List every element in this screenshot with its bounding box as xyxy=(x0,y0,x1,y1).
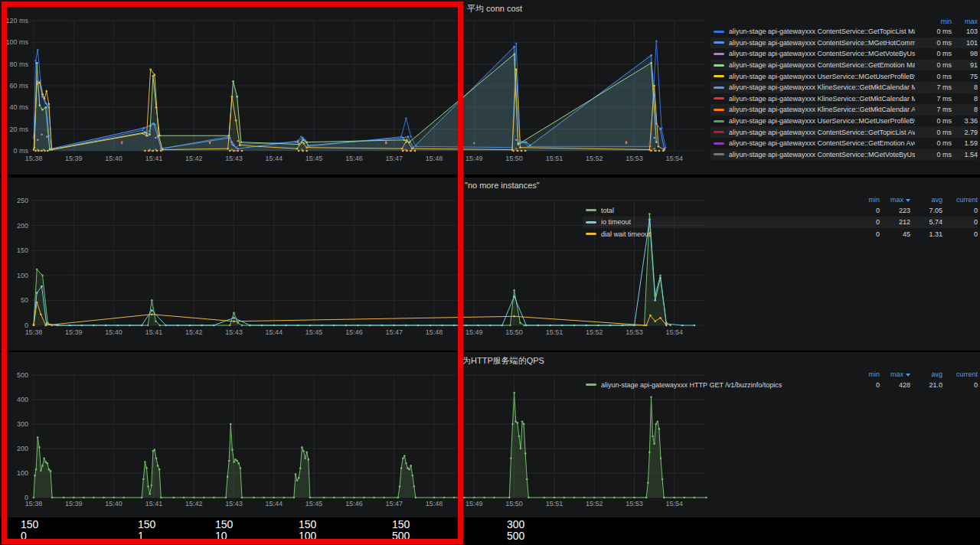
panel-no-more-instances: "no more instances" 05010015020025015:38… xyxy=(0,178,980,351)
series-color-dash-icon xyxy=(714,131,724,133)
legend-row[interactable]: aliyun-stage api-gatewayxxx KlineService… xyxy=(710,104,978,116)
svg-text:100: 100 xyxy=(17,272,28,279)
svg-text:15:50: 15:50 xyxy=(505,328,523,336)
legend-sort-max[interactable]: max xyxy=(880,196,910,204)
svg-text:300: 300 xyxy=(17,420,28,428)
svg-text:15:39: 15:39 xyxy=(65,155,83,162)
svg-text:15:48: 15:48 xyxy=(426,500,443,507)
series-label: aliyun-stage api-gatewayxxx KlineService… xyxy=(729,83,915,91)
svg-text:80 ms: 80 ms xyxy=(9,60,28,68)
svg-text:15:42: 15:42 xyxy=(185,155,203,162)
legend-value: 3.36 xyxy=(952,117,978,125)
threshold-pair: 150 10 xyxy=(215,519,233,542)
svg-text:15:39: 15:39 xyxy=(65,500,83,507)
legend-row[interactable]: aliyun-stage api-gatewayxxx ContentServi… xyxy=(710,126,978,138)
svg-text:15:40: 15:40 xyxy=(105,500,122,507)
legend-value: 0 xyxy=(942,207,978,214)
legend-header: minmaxavgcurrent xyxy=(583,194,978,204)
panel-title[interactable]: 平均 conn cost xyxy=(467,3,522,15)
series-color-dash-icon xyxy=(714,86,724,89)
svg-text:15:47: 15:47 xyxy=(385,155,403,162)
legend-row[interactable]: aliyun-stage api-gatewayxxx UserService:… xyxy=(710,70,978,82)
legend-value: 1.31 xyxy=(910,230,942,238)
series-label: aliyun-stage api-gatewayxxx UserService:… xyxy=(729,73,915,80)
legend-sort-current[interactable]: current xyxy=(942,196,978,204)
svg-text:15:45: 15:45 xyxy=(305,500,323,507)
svg-text:200: 200 xyxy=(17,222,28,230)
legend-row[interactable]: dial wait timeout0451.310 xyxy=(583,228,978,240)
series-label: aliyun-stage api-gatewayxxx HTTP GET /v1… xyxy=(601,381,854,389)
legend-row[interactable]: aliyun-stage api-gatewayxxx UserService:… xyxy=(710,116,978,127)
legend-value: 45 xyxy=(880,230,910,238)
legend-value: 0 ms xyxy=(915,129,952,136)
legend-row[interactable]: aliyun-stage api-gatewayxxx ContentServi… xyxy=(710,60,978,71)
threshold-pair: 150 500 xyxy=(392,519,410,542)
svg-text:15:50: 15:50 xyxy=(505,155,523,162)
svg-text:15:38: 15:38 xyxy=(25,155,43,162)
svg-text:15:45: 15:45 xyxy=(305,328,323,336)
legend-row[interactable]: total02237.050 xyxy=(583,204,978,217)
svg-text:15:45: 15:45 xyxy=(305,155,323,162)
legend-sort-avg[interactable]: avg xyxy=(910,370,942,378)
legend-row[interactable]: aliyun-stage api-gatewayxxx ContentServi… xyxy=(710,149,978,161)
svg-text:15:41: 15:41 xyxy=(145,500,163,507)
threshold-pair: 150 100 xyxy=(299,519,316,542)
legend-row[interactable]: aliyun-stage api-gatewayxxx KlineService… xyxy=(710,82,978,93)
svg-text:15:40: 15:40 xyxy=(105,328,122,336)
series-label: total xyxy=(601,207,854,214)
legend-sort-max[interactable]: max xyxy=(880,370,910,378)
threshold-pair: 150 1 xyxy=(138,519,155,542)
legend-sort-min[interactable]: min xyxy=(915,18,952,25)
legend-row[interactable]: aliyun-stage api-gatewayxxx KlineService… xyxy=(710,93,978,105)
legend-value: 0 ms xyxy=(915,73,952,80)
series-color-dash-icon xyxy=(714,120,724,122)
legend-value: 7.05 xyxy=(910,207,942,214)
series-label: aliyun-stage api-gatewayxxx ContentServi… xyxy=(729,129,915,136)
legend-sort-avg[interactable]: avg xyxy=(910,196,942,204)
legend-value: 75 xyxy=(952,73,978,80)
legend-value: 0 xyxy=(854,230,880,238)
svg-text:120 ms: 120 ms xyxy=(5,17,28,24)
svg-text:15:49: 15:49 xyxy=(466,500,483,507)
legend-row[interactable]: aliyun-stage api-gatewayxxx ContentServi… xyxy=(710,48,978,60)
legend-row[interactable]: aliyun-stage api-gatewayxxx ContentServi… xyxy=(710,38,978,49)
legend-row[interactable]: aliyun-stage api-gatewayxxx ContentServi… xyxy=(710,26,978,38)
svg-text:15:43: 15:43 xyxy=(225,155,243,162)
series-label: aliyun-stage api-gatewayxxx KlineService… xyxy=(729,95,915,103)
svg-text:15:47: 15:47 xyxy=(385,500,403,507)
svg-text:15:42: 15:42 xyxy=(185,328,203,336)
panel-title[interactable]: 为HTTP服务端的QPS xyxy=(462,355,544,367)
legend-value: 0 ms xyxy=(915,61,952,69)
svg-text:150: 150 xyxy=(17,246,28,254)
legend-sort-min[interactable]: min xyxy=(854,196,880,204)
svg-text:15:48: 15:48 xyxy=(426,328,443,336)
svg-text:15:49: 15:49 xyxy=(466,328,483,336)
svg-text:250: 250 xyxy=(17,197,28,204)
legend-table: minmaxaliyun-stage api-gatewayxxx Conten… xyxy=(710,16,978,160)
series-label: io timeout xyxy=(601,218,854,226)
legend-value: 2.79 xyxy=(952,129,978,136)
legend-sort-max[interactable]: max xyxy=(952,18,978,25)
series-color-dash-icon xyxy=(586,209,596,211)
legend-value: 428 xyxy=(880,381,910,389)
legend-value: 21.0 xyxy=(910,381,942,389)
legend-sort-min[interactable]: min xyxy=(854,370,880,378)
legend-value: 98 xyxy=(952,50,978,57)
series-color-dash-icon xyxy=(714,75,724,77)
series-color-dash-icon xyxy=(714,53,724,55)
legend-table: minmaxavgcurrenttotal02237.050io timeout… xyxy=(583,194,978,240)
legend-row[interactable]: aliyun-stage api-gatewayxxx ContentServi… xyxy=(710,138,978,149)
panel-title[interactable]: "no more instances" xyxy=(465,181,540,190)
svg-text:60 ms: 60 ms xyxy=(9,82,28,90)
threshold-pair: 150 0 xyxy=(21,519,38,542)
legend-value: 0 xyxy=(942,381,978,389)
legend-value: 0 xyxy=(854,218,880,226)
legend-sort-current[interactable]: current xyxy=(942,370,978,378)
conn-cost-chart[interactable]: 0 ms20 ms40 ms60 ms80 ms100 ms120 ms15:3… xyxy=(0,0,712,175)
svg-text:15:53: 15:53 xyxy=(626,328,643,336)
legend-row[interactable]: aliyun-stage api-gatewayxxx HTTP GET /v1… xyxy=(583,379,978,391)
legend-row[interactable]: io timeout02125.740 xyxy=(583,217,978,229)
legend-value: 5.74 xyxy=(910,218,942,226)
legend-value: 0 ms xyxy=(915,39,952,47)
svg-text:15:48: 15:48 xyxy=(426,155,443,162)
